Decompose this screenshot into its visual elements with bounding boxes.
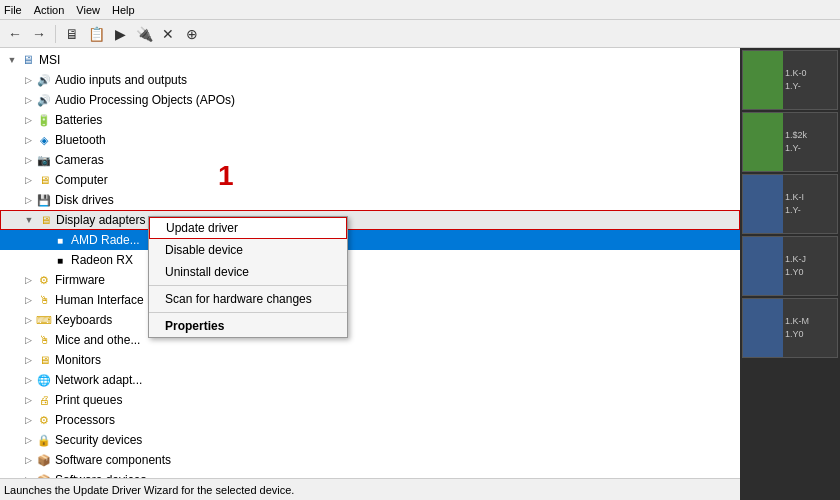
toolbar-properties[interactable]: 📋 — [85, 23, 107, 45]
toolbar-back[interactable]: ← — [4, 23, 26, 45]
expand-computer: ▷ — [20, 172, 36, 188]
tree-item-security[interactable]: ▷ 🔒 Security devices — [0, 430, 740, 450]
tree-item-cameras[interactable]: ▷ 📷 Cameras — [0, 150, 740, 170]
tree-item-computer[interactable]: ▷ 🖥 Computer — [0, 170, 740, 190]
tree-item-software-devices[interactable]: ▷ 📦 Software devices — [0, 470, 740, 478]
context-menu-update-driver[interactable]: Update driver — [149, 217, 347, 239]
icon-network: 🌐 — [36, 372, 52, 388]
device-panel: ▼ 🖥 MSI ▷ 🔊 Audio inputs and outputs ▷ 🔊… — [0, 48, 740, 500]
tree-item-display-adapters[interactable]: ▼ 🖥 Display adapters — [0, 210, 740, 230]
tree-item-keyboards[interactable]: ▷ ⌨ Keyboards — [0, 310, 740, 330]
menu-view[interactable]: View — [76, 4, 100, 16]
label-software-components: Software components — [55, 453, 171, 467]
thumb-label-0: 1.K-01.Y- — [783, 65, 809, 94]
toolbar-uninstall[interactable]: ✕ — [157, 23, 179, 45]
thumb-3[interactable]: 1.K-J1.Y0 — [742, 236, 838, 296]
expand-cameras: ▷ — [20, 152, 36, 168]
expand-keyboards: ▷ — [20, 312, 36, 328]
toolbar-scan[interactable]: ⊕ — [181, 23, 203, 45]
icon-processors: ⚙ — [36, 412, 52, 428]
thumb-color-3 — [743, 237, 783, 295]
expand-radeon — [36, 252, 52, 268]
expand-firmware: ▷ — [20, 272, 36, 288]
icon-print: 🖨 — [36, 392, 52, 408]
thumb-0[interactable]: 1.K-01.Y- — [742, 50, 838, 110]
toolbar-disable[interactable]: 🔌 — [133, 23, 155, 45]
tree-item-apo[interactable]: ▷ 🔊 Audio Processing Objects (APOs) — [0, 90, 740, 110]
label-cameras: Cameras — [55, 153, 104, 167]
context-menu-uninstall[interactable]: Uninstall device — [149, 261, 347, 283]
menu-help[interactable]: Help — [112, 4, 135, 16]
tree-item-print[interactable]: ▷ 🖨 Print queues — [0, 390, 740, 410]
tree-item-batteries[interactable]: ▷ 🔋 Batteries — [0, 110, 740, 130]
tree-item-radeon-rx[interactable]: ■ Radeon RX — [0, 250, 740, 270]
icon-apo: 🔊 — [36, 92, 52, 108]
label-monitors: Monitors — [55, 353, 101, 367]
context-menu-sep-2 — [149, 312, 347, 313]
expand-processors: ▷ — [20, 412, 36, 428]
thumb-label-3: 1.K-J1.Y0 — [783, 251, 808, 280]
label-keyboards: Keyboards — [55, 313, 112, 327]
expand-amd — [36, 232, 52, 248]
thumb-2[interactable]: 1.K-I1.Y- — [742, 174, 838, 234]
label-computer: Computer — [55, 173, 108, 187]
icon-monitors: 🖥 — [36, 352, 52, 368]
expand-root: ▼ — [4, 52, 20, 68]
expand-security: ▷ — [20, 432, 36, 448]
toolbar-forward[interactable]: → — [28, 23, 50, 45]
icon-disk: 💾 — [36, 192, 52, 208]
expand-monitors: ▷ — [20, 352, 36, 368]
expand-bluetooth: ▷ — [20, 132, 36, 148]
tree-item-mice[interactable]: ▷ 🖱 Mice and othe... — [0, 330, 740, 350]
icon-batteries: 🔋 — [36, 112, 52, 128]
tree-item-audio-inputs[interactable]: ▷ 🔊 Audio inputs and outputs — [0, 70, 740, 90]
context-menu-disable[interactable]: Disable device — [149, 239, 347, 261]
icon-amd: ■ — [52, 232, 68, 248]
tree-area[interactable]: ▼ 🖥 MSI ▷ 🔊 Audio inputs and outputs ▷ 🔊… — [0, 48, 740, 478]
tree-item-disk[interactable]: ▷ 💾 Disk drives — [0, 190, 740, 210]
icon-mice: 🖱 — [36, 332, 52, 348]
thumb-color-4 — [743, 299, 783, 357]
expand-network: ▷ — [20, 372, 36, 388]
icon-computer: 🖥 — [20, 52, 36, 68]
label-batteries: Batteries — [55, 113, 102, 127]
label-audio-inputs: Audio inputs and outputs — [55, 73, 187, 87]
toolbar-update-driver[interactable]: ▶ — [109, 23, 131, 45]
label-network: Network adapt... — [55, 373, 142, 387]
thumb-label-4: 1.K-M1.Y0 — [783, 313, 811, 342]
toolbar-sep-1 — [55, 25, 56, 43]
label-print: Print queues — [55, 393, 122, 407]
tree-item-monitors[interactable]: ▷ 🖥 Monitors — [0, 350, 740, 370]
tree-item-network[interactable]: ▷ 🌐 Network adapt... — [0, 370, 740, 390]
context-menu-scan[interactable]: Scan for hardware changes — [149, 288, 347, 310]
icon-display: 🖥 — [37, 212, 53, 228]
expand-mice: ▷ — [20, 332, 36, 348]
expand-software-components: ▷ — [20, 452, 36, 468]
right-panel: 1.K-01.Y- 1.$2k1.Y- 1.K-I1.Y- 1.K-J1.Y0 … — [740, 48, 840, 500]
status-bar: Launches the Update Driver Wizard for th… — [0, 478, 740, 500]
tree-item-software-components[interactable]: ▷ 📦 Software components — [0, 450, 740, 470]
tree-root[interactable]: ▼ 🖥 MSI — [0, 50, 740, 70]
label-amd-radeon: AMD Rade... — [71, 233, 140, 247]
thumb-color-1 — [743, 113, 783, 171]
thumb-1[interactable]: 1.$2k1.Y- — [742, 112, 838, 172]
icon-radeon: ■ — [52, 252, 68, 268]
expand-display: ▼ — [21, 212, 37, 228]
tree-item-firmware[interactable]: ▷ ⚙ Firmware — [0, 270, 740, 290]
context-menu-properties[interactable]: Properties — [149, 315, 347, 337]
tree-item-hid[interactable]: ▷ 🖱 Human Interface Devices — [0, 290, 740, 310]
tree-item-bluetooth[interactable]: ▷ ◈ Bluetooth — [0, 130, 740, 150]
tree-item-amd-radeon[interactable]: ■ AMD Rade... — [0, 230, 740, 250]
label-firmware: Firmware — [55, 273, 105, 287]
icon-security: 🔒 — [36, 432, 52, 448]
tree-item-processors[interactable]: ▷ ⚙ Processors — [0, 410, 740, 430]
context-menu: Update driver Disable device Uninstall d… — [148, 216, 348, 338]
menu-action[interactable]: Action — [34, 4, 65, 16]
toolbar-computer[interactable]: 🖥 — [61, 23, 83, 45]
thumb-4[interactable]: 1.K-M1.Y0 — [742, 298, 838, 358]
expand-disk: ▷ — [20, 192, 36, 208]
icon-keyboard: ⌨ — [36, 312, 52, 328]
menu-file[interactable]: File — [4, 4, 22, 16]
icon-computer-item: 🖥 — [36, 172, 52, 188]
expand-apo: ▷ — [20, 92, 36, 108]
